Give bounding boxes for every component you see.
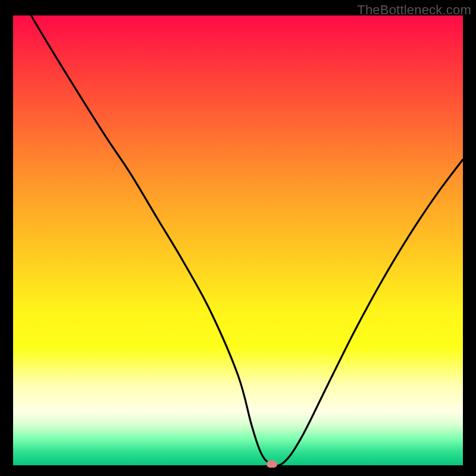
plot-area — [13, 15, 463, 465]
bottleneck-curve — [13, 15, 463, 465]
optimal-point-marker — [267, 461, 277, 468]
chart-canvas: TheBottleneck.com — [0, 0, 476, 476]
